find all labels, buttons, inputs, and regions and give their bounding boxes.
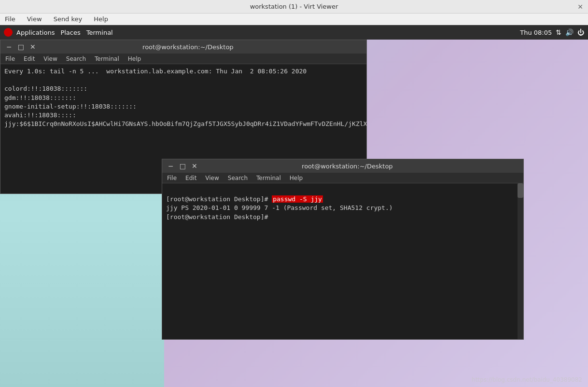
t1-line4: gdm:!!:18038::::::: [4, 94, 76, 101]
watermark-text: https://blog.csdn.net/baidu_40389082 [472, 376, 582, 383]
t2-menu-edit[interactable]: Edit [183, 174, 198, 182]
menu-sendkey[interactable]: Send key [51, 14, 85, 24]
clock: Thu 08:05 [520, 29, 552, 36]
t1-menu-terminal[interactable]: Terminal [93, 55, 121, 63]
gnome-panel-left: Applications Places Terminal [4, 28, 115, 37]
t2-menu-file[interactable]: File [165, 174, 179, 182]
t1-line3: colord:!!:18038::::::: [4, 85, 87, 92]
terminal2-controls: − □ ✕ [166, 162, 199, 170]
menu-file[interactable]: File [2, 14, 18, 24]
t1-menu-view[interactable]: View [42, 55, 59, 63]
terminal1-maximize[interactable]: □ [16, 43, 26, 51]
terminal1-controls: − □ ✕ [4, 43, 38, 51]
t1-line2 [4, 76, 8, 83]
t2-command-highlight: passwd -S jjy [272, 195, 323, 203]
places-menu[interactable]: Places [58, 28, 82, 37]
t1-menu-edit[interactable]: Edit [22, 55, 37, 63]
menu-help[interactable]: Help [91, 14, 111, 24]
terminal2-close[interactable]: ✕ [190, 162, 199, 170]
terminal2-title-bar: − □ ✕ root@workstation:~/Desktop [162, 159, 523, 173]
terminal2-title: root@workstation:~/Desktop [199, 163, 495, 170]
terminal2-maximize[interactable]: □ [178, 162, 188, 170]
t1-line5: gnome-initial-setup:!!:18038::::::: [4, 103, 137, 110]
gnome-panel-right: Thu 08:05 ⇅ 🔊 ⏻ [520, 28, 584, 36]
t1-menu-help[interactable]: Help [126, 55, 143, 63]
t2-menu-terminal[interactable]: Terminal [254, 174, 283, 182]
volume-icon[interactable]: 🔊 [565, 28, 574, 36]
applications-menu[interactable]: Applications [14, 28, 56, 37]
redhat-icon[interactable] [4, 28, 13, 37]
t1-line6: avahi:!!:18038::::: [4, 111, 76, 119]
t2-prompt2: [root@workstation Desktop]# [166, 213, 268, 221]
t2-menu-search[interactable]: Search [226, 174, 250, 182]
power-icon[interactable]: ⏻ [577, 28, 584, 36]
virt-viewer-menu-bar: File View Send key Help [0, 14, 588, 25]
t2-command: passwd -S jjy [272, 195, 323, 203]
watermark: https://blog.csdn.net/baidu_40389082 [472, 376, 582, 383]
scrollbar-thumb[interactable] [518, 183, 523, 198]
desktop: − □ ✕ root@workstation:~/Desktop File Ed… [0, 40, 588, 387]
t2-menu-view[interactable]: View [203, 174, 221, 182]
menu-view[interactable]: View [24, 14, 45, 24]
gnome-panel: Applications Places Terminal Thu 08:05 ⇅… [0, 25, 588, 40]
window-title: workstation (1) - Virt Viewer [12, 3, 576, 10]
t1-menu-file[interactable]: File [3, 55, 17, 63]
terminal1-title: root@workstation:~/Desktop [38, 43, 338, 51]
terminal2-content: [root@workstation Desktop]# passwd -S jj… [162, 183, 523, 339]
network-icon: ⇅ [556, 28, 561, 36]
virt-viewer-title-bar: workstation (1) - Virt Viewer ✕ [0, 0, 588, 14]
terminal-menu[interactable]: Terminal [84, 28, 115, 37]
t2-menu-help[interactable]: Help [288, 174, 305, 182]
t2-prompt1: [root@workstation Desktop]# [166, 195, 268, 203]
terminal1-menu-bar: File Edit View Search Terminal Help [0, 54, 366, 64]
t2-output1: jjy PS 2020-01-01 0 99999 7 -1 (Password… [166, 204, 393, 211]
t1-line1: Every 1.0s: tail -n 5 ... workstation.la… [4, 68, 307, 75]
close-icon[interactable]: ✕ [576, 3, 584, 11]
terminal2-minimize[interactable]: − [166, 162, 176, 170]
terminal1-close[interactable]: ✕ [28, 43, 38, 51]
terminal2-menu-bar: File Edit View Search Terminal Help [162, 173, 523, 183]
terminal1-title-bar: − □ ✕ root@workstation:~/Desktop [0, 40, 366, 54]
terminal-window-2: − □ ✕ root@workstation:~/Desktop File Ed… [162, 159, 524, 340]
t1-menu-search[interactable]: Search [64, 55, 88, 63]
terminal1-minimize[interactable]: − [4, 43, 14, 51]
t1-line7: jjy:$6$1BICrq0nNoRXoUsI$AHCwlHi7GNsAYS.h… [4, 120, 366, 127]
terminal2-scrollbar[interactable] [518, 183, 523, 339]
